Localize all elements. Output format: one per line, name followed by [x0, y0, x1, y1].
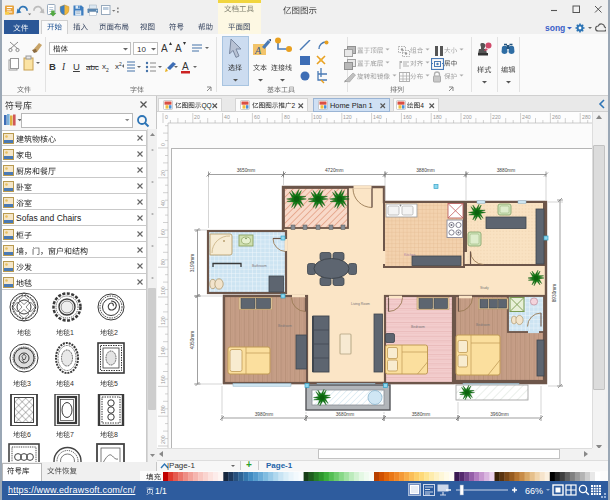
svg-text:3680mm: 3680mm [336, 412, 355, 417]
svg-text:A: A [182, 61, 189, 72]
svg-text:Living Room: Living Room [351, 302, 370, 306]
svg-text:2: 2 [119, 61, 122, 67]
svg-text:U: U [73, 61, 80, 72]
svg-text:Home Plan 1: Home Plan 1 [330, 100, 373, 109]
svg-text:4: 4 [420, 101, 424, 108]
svg-text:Bedroom: Bedroom [476, 323, 490, 327]
svg-text:3980mm: 3980mm [255, 412, 274, 417]
svg-text:4050mm: 4050mm [190, 331, 195, 350]
svg-text:song: song [545, 23, 565, 33]
svg-text:I: I [61, 62, 66, 72]
svg-text:8: 8 [114, 431, 118, 438]
svg-text:2: 2 [292, 101, 296, 108]
svg-text:6: 6 [27, 431, 31, 438]
svg-text:3580mm: 3580mm [412, 412, 431, 417]
svg-text:66%: 66% [525, 486, 543, 496]
svg-text:5: 5 [114, 380, 118, 387]
svg-text:Bathroom: Bathroom [252, 264, 267, 268]
svg-text:B: B [49, 61, 56, 72]
svg-text:A: A [254, 45, 262, 56]
svg-text:A: A [175, 43, 182, 54]
svg-text:2: 2 [114, 329, 118, 336]
svg-text:3880mm: 3880mm [497, 168, 516, 173]
svg-text:abc: abc [86, 63, 99, 72]
svg-text:1: 1 [70, 329, 74, 336]
svg-text:Study: Study [480, 286, 489, 290]
svg-text:3880mm: 3880mm [416, 168, 435, 173]
svg-text:4720mm: 4720mm [325, 168, 344, 173]
svg-text:3: 3 [27, 380, 31, 387]
svg-text:4: 4 [70, 380, 74, 387]
svg-text:Bedroom: Bedroom [411, 325, 425, 329]
svg-text:3650mm: 3650mm [237, 168, 256, 173]
svg-text:Bedroom: Bedroom [278, 324, 292, 328]
svg-text:8930mm: 8930mm [552, 284, 557, 303]
svg-text:Kitchen: Kitchen [404, 253, 415, 257]
svg-text:2: 2 [106, 67, 109, 73]
svg-text:A: A [161, 43, 168, 54]
svg-text:3190mm: 3190mm [190, 254, 195, 273]
svg-text:7: 7 [70, 431, 74, 438]
svg-text:3960mm: 3960mm [490, 412, 509, 417]
